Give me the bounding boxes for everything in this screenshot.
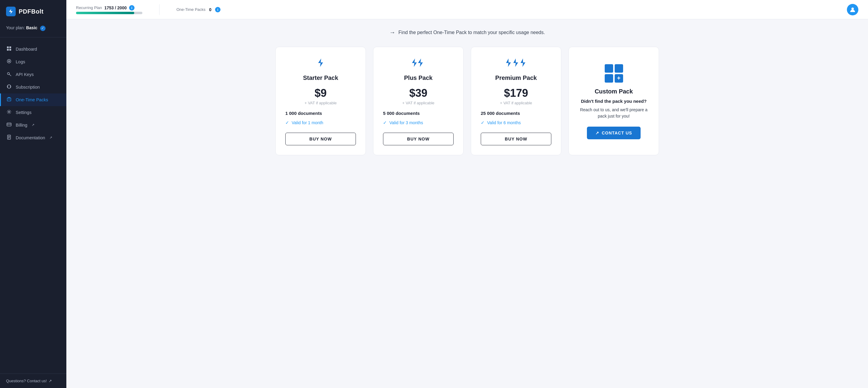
one-time-packs-icon <box>6 97 12 103</box>
starter-pack-check-icon: ✓ <box>285 120 289 125</box>
recurring-plan-progress-bar <box>76 12 142 14</box>
plan-label: Your plan: <box>6 25 25 30</box>
recurring-plan-section: Recurring Plan 1753 / 2000 i <box>76 5 142 14</box>
sidebar-item-billing[interactable]: Billing ↗ <box>0 119 66 131</box>
sidebar-item-documentation-label: Documentation <box>16 135 45 140</box>
sidebar-item-subscription-label: Subscription <box>16 85 40 90</box>
svg-rect-2 <box>9 46 11 48</box>
svg-rect-9 <box>7 98 11 101</box>
starter-pack-validity-text: Valid for 1 month <box>292 120 323 125</box>
plan-info: Your plan: Basic ✓ <box>0 23 66 37</box>
contact-external-icon: ↗ <box>49 379 52 383</box>
packs-row: Starter Pack $9 + VAT if applicable 1 00… <box>79 47 856 155</box>
custom-icon-cell-3 <box>605 74 613 83</box>
logo-area: PDFBolt <box>0 0 66 23</box>
svg-rect-1 <box>7 46 9 48</box>
contact-link-label: Questions? Contact us! <box>6 379 47 383</box>
custom-pack-description: Reach out to us, and we'll prepare a pac… <box>579 107 649 119</box>
sidebar-item-logs-label: Logs <box>16 59 25 64</box>
plus-pack-check-icon: ✓ <box>383 120 387 125</box>
recurring-plan-progress-fill <box>76 12 134 14</box>
plan-check-icon: ✓ <box>40 26 45 31</box>
sidebar-item-api-keys[interactable]: API Keys <box>0 68 66 81</box>
sidebar-item-logs[interactable]: Logs <box>0 56 66 68</box>
sidebar-item-api-keys-label: API Keys <box>16 72 34 77</box>
premium-pack-docs: 25 000 documents <box>481 111 551 116</box>
premium-pack-buy-button[interactable]: BUY NOW <box>481 133 551 145</box>
recurring-plan-info: Recurring Plan 1753 / 2000 i <box>76 5 142 14</box>
sidebar-item-documentation[interactable]: Documentation ↗ <box>0 131 66 144</box>
logo-icon <box>6 7 16 16</box>
svg-point-7 <box>7 72 10 74</box>
sidebar-item-settings-label: Settings <box>16 110 31 115</box>
recurring-plan-info-icon[interactable]: i <box>129 5 134 10</box>
premium-pack-title: Premium Pack <box>495 74 537 82</box>
one-time-packs-info-icon[interactable]: i <box>215 7 220 12</box>
starter-pack-card: Starter Pack $9 + VAT if applicable 1 00… <box>275 47 366 155</box>
premium-pack-price: $179 <box>504 87 528 99</box>
sidebar-divider <box>0 37 66 37</box>
svg-rect-12 <box>7 123 11 126</box>
settings-icon <box>6 109 12 116</box>
svg-marker-19 <box>318 59 323 67</box>
recurring-plan-label: Recurring Plan <box>76 5 102 10</box>
tagline: → Find the perfect One-Time Pack to matc… <box>79 29 856 36</box>
plan-name: Basic <box>26 25 37 30</box>
one-time-packs-section: One-Time Packs 0 i <box>177 7 220 12</box>
contact-link[interactable]: Questions? Contact us! ↗ <box>6 379 60 383</box>
sidebar-item-subscription[interactable]: Subscription <box>0 81 66 93</box>
plus-pack-buy-button[interactable]: BUY NOW <box>383 133 454 145</box>
plus-pack-validity-text: Valid for 3 months <box>390 120 423 125</box>
premium-pack-validity-text: Valid for 6 months <box>487 120 521 125</box>
logs-icon <box>6 59 12 65</box>
billing-icon <box>6 122 12 128</box>
contact-btn-label: CONTACT US <box>602 131 632 135</box>
svg-line-8 <box>9 74 11 76</box>
subscription-icon <box>6 84 12 90</box>
recurring-plan-value: 1753 / 2000 <box>104 5 127 10</box>
svg-marker-20 <box>412 59 417 67</box>
billing-external-icon: ↗ <box>32 123 34 127</box>
main-area: Recurring Plan 1753 / 2000 i One-Time Pa… <box>66 0 868 388</box>
svg-rect-3 <box>7 49 9 51</box>
topbar-right <box>847 4 858 15</box>
sidebar: PDFBolt Your plan: Basic ✓ Dashboard Log… <box>0 0 66 388</box>
custom-icon-cell-2 <box>615 64 623 73</box>
contact-btn-external-icon: ↗ <box>595 131 599 135</box>
starter-pack-docs: 1 000 documents <box>285 111 356 116</box>
sidebar-item-one-time-packs[interactable]: One-Time Packs <box>0 93 66 106</box>
starter-pack-buy-button[interactable]: BUY NOW <box>285 133 356 145</box>
custom-pack-subtitle: Didn't find the pack you need? <box>581 99 647 104</box>
contact-us-button[interactable]: ↗ CONTACT US <box>587 127 641 139</box>
one-time-packs-label: One-Time Packs <box>177 7 206 12</box>
sidebar-item-one-time-packs-label: One-Time Packs <box>16 97 48 102</box>
plus-pack-card: Plus Pack $39 + VAT if applicable 5 000 … <box>373 47 464 155</box>
plus-pack-docs: 5 000 documents <box>383 111 454 116</box>
tagline-text: Find the perfect One-Time Pack to match … <box>398 30 545 35</box>
dashboard-icon <box>6 46 12 52</box>
plus-pack-icon <box>411 58 426 70</box>
sidebar-item-billing-label: Billing <box>16 123 27 128</box>
svg-point-6 <box>8 60 10 62</box>
custom-pack-icon: + <box>605 64 623 83</box>
svg-marker-0 <box>9 9 13 14</box>
starter-pack-price: $9 <box>315 87 327 99</box>
documentation-icon <box>6 135 12 141</box>
user-avatar[interactable] <box>847 4 858 15</box>
svg-point-11 <box>8 111 10 112</box>
premium-pack-card: Premium Pack $179 + VAT if applicable 25… <box>471 47 561 155</box>
svg-marker-21 <box>418 59 423 67</box>
premium-pack-validity: ✓ Valid for 6 months <box>481 120 551 125</box>
premium-pack-vat: + VAT if applicable <box>500 101 532 105</box>
svg-marker-23 <box>513 59 518 67</box>
custom-pack-title: Custom Pack <box>595 88 633 95</box>
topbar: Recurring Plan 1753 / 2000 i One-Time Pa… <box>66 0 868 19</box>
tagline-arrow-icon: → <box>390 29 395 36</box>
sidebar-item-dashboard-label: Dashboard <box>16 47 37 52</box>
svg-marker-22 <box>506 59 511 67</box>
main-content: → Find the perfect One-Time Pack to matc… <box>66 19 868 388</box>
sidebar-item-settings[interactable]: Settings <box>0 106 66 119</box>
custom-icon-cell-plus: + <box>615 74 623 83</box>
logo-text: PDFBolt <box>19 8 43 15</box>
sidebar-item-dashboard[interactable]: Dashboard <box>0 43 66 56</box>
